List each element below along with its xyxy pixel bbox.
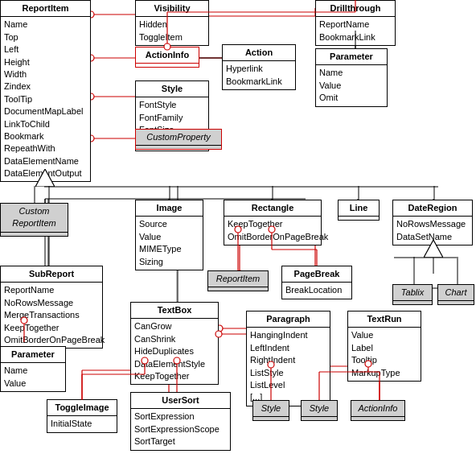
tablix-box: Tablix: [392, 284, 433, 305]
style-ref2-box: Style: [301, 400, 338, 421]
actioninfo-ref-box: ActionInfo: [351, 400, 405, 421]
parameter-top-box: Parameter Name Value Omit: [315, 48, 388, 107]
reportitem-box: ReportItem Name Top Left Height Width Zi…: [0, 0, 91, 182]
diagram: ReportItem Name Top Left Height Width Zi…: [0, 0, 476, 458]
rectangle-box: Rectangle KeepTogether OmitBorderOnPageB…: [224, 200, 322, 246]
dateregion-box: DateRegion NoRowsMessage DataSetName: [392, 200, 473, 246]
svg-marker-62: [424, 240, 443, 258]
subreport-box: SubReport ReportName NoRowsMessage Merge…: [0, 266, 103, 349]
dateregion-inherit-triangle: [424, 240, 443, 258]
svg-marker-53: [35, 169, 55, 187]
parameter-sub-box: Parameter Name Value: [0, 346, 66, 392]
rect-vert: [272, 186, 273, 200]
reportitem-ref-box: ReportItem: [207, 270, 269, 291]
toggleimage-box: ToggleImage InitialState: [47, 399, 117, 433]
customproperty-box: CustomProperty: [135, 129, 222, 150]
textbox-box: TextBox CanGrow CanShrink HideDuplicates…: [130, 302, 219, 385]
style-ref1-box: Style: [252, 400, 289, 421]
visibility-box: Visibility Hidden ToggleItem: [135, 0, 209, 46]
reportitem-title: ReportItem: [1, 2, 90, 17]
paragraph-box: Paragraph HangingIndent LeftIndent Right…: [246, 311, 330, 406]
drillthrough-box: Drillthrough ReportName BookmarkLink: [315, 0, 396, 46]
line-vert: [358, 186, 359, 200]
image-vert: [169, 186, 170, 200]
custom-reportitem-box: CustomReportItem: [0, 203, 68, 237]
textrun-box: TextRun Value Label Tooltip MarkupType: [347, 311, 421, 382]
chart-box: Chart: [437, 284, 474, 305]
dateregion-vert: [433, 186, 435, 200]
pagebreak-box: PageBreak BreakLocation: [281, 266, 352, 299]
dr-inherit-horiz: [394, 257, 457, 258]
inherit-horizontal: [44, 186, 438, 188]
reportitem-inherit-triangle: [35, 169, 55, 187]
chart-vert: [457, 257, 458, 285]
usersort-box: UserSort SortExpression SortExpressionSc…: [130, 392, 231, 451]
tablix-vert: [413, 257, 415, 285]
line-box: Line: [338, 200, 380, 221]
actioninfo-box: ActionInfo: [135, 47, 199, 68]
image-box: Image Source Value MIMEType Sizing: [135, 200, 203, 270]
action-box: Action Hyperlink BookmarkLink: [222, 44, 296, 90]
